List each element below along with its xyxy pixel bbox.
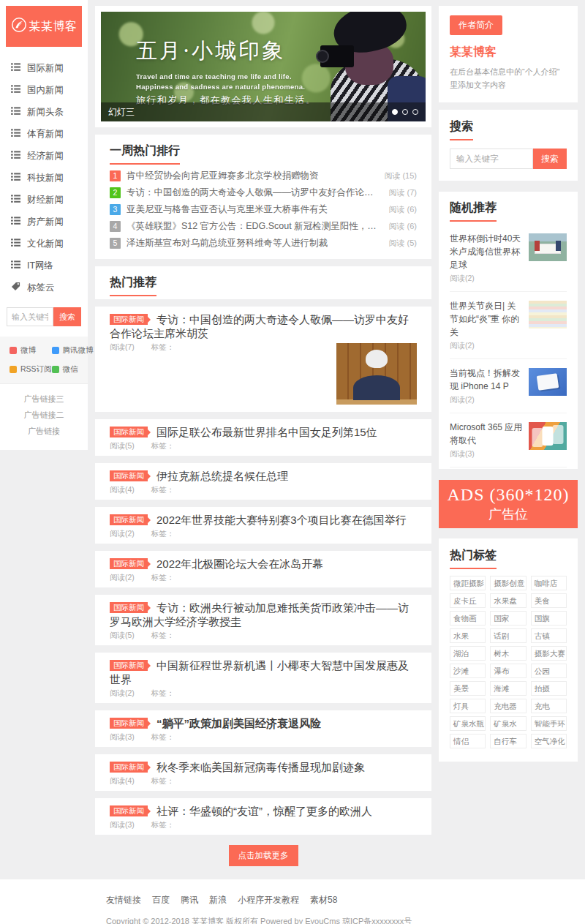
article-title[interactable]: 专访：中国创造的两大奇迹令人敬佩——访罗中友好合作论坛主席米胡茨 <box>110 313 409 339</box>
slider[interactable]: 五月·小城印象 Travel and time are teaching me … <box>101 12 426 121</box>
rank-list-item[interactable]: 2 专访：中国创造的两大奇迹令人敬佩——访罗中友好合作论坛主席米胡茨 阅读 (7… <box>110 184 417 201</box>
category-badge[interactable]: 国际新闻 <box>110 314 148 325</box>
tag-item[interactable]: 充电器 <box>490 699 526 713</box>
tag-item[interactable]: 灯具 <box>450 699 486 713</box>
category-badge[interactable]: 国际新闻 <box>110 762 148 773</box>
tag-item[interactable]: 微距摄影 <box>450 576 486 590</box>
rank-list-item[interactable]: 4 《英雄联盟》S12 官方公告：EDG.Scout 新冠检测呈阳性，比赛顺序可… <box>110 218 417 235</box>
thumbnail-desk-shape <box>336 399 417 405</box>
tag-item[interactable]: 树木 <box>490 646 526 661</box>
site-logo[interactable]: 某某博客 <box>6 6 82 47</box>
sidebar-search-input[interactable] <box>7 307 53 326</box>
sidebar-nav-item[interactable]: 体育新闻 <box>0 123 88 145</box>
tag-item[interactable]: 充电 <box>531 699 567 713</box>
sidebar-nav-item[interactable]: 财经新闻 <box>0 189 88 211</box>
article-title[interactable]: 中国新征程世界新机遇丨小椰枣大智慧中国发展惠及世界 <box>110 659 409 686</box>
slider-dot[interactable] <box>402 109 408 115</box>
tag-item[interactable]: 水果 <box>450 628 486 643</box>
article-title[interactable]: 社评：华盛顿的“友谊”，惊醒了更多的欧洲人 <box>156 805 372 817</box>
category-badge[interactable]: 国际新闻 <box>110 470 148 481</box>
rank-list-item[interactable]: 1 肯中经贸协会向肯尼亚姆赛多北京学校捐赠物资 阅读 (15) <box>110 168 417 184</box>
tag-item[interactable]: 摄影创意 <box>490 576 526 590</box>
tag-item[interactable]: 自行车 <box>490 734 526 748</box>
ad-banner[interactable]: ADS (360*120) 广告位 <box>439 480 578 528</box>
sidebar-nav-item[interactable]: 国际新闻 <box>0 57 88 79</box>
rank-list-item[interactable]: 3 亚美尼亚与格鲁吉亚否认与克里米亚大桥事件有关 阅读 (6) <box>110 201 417 218</box>
tag-item[interactable]: 公园 <box>531 664 567 678</box>
sidebar-search-button[interactable]: 搜索 <box>53 307 81 326</box>
tag-item[interactable]: 国家 <box>490 611 526 626</box>
article-title[interactable]: 2022年北极圈论坛大会在冰岛开幕 <box>156 557 323 570</box>
friend-link[interactable]: 百度 <box>152 894 170 906</box>
recommend-item-title: 当前视点！拆解发现 iPhone 14 P <box>450 367 523 393</box>
load-more-button[interactable]: 点击加载更多 <box>229 845 298 866</box>
category-badge[interactable]: 国际新闻 <box>110 660 148 671</box>
tag-item[interactable]: 食物画 <box>450 611 486 626</box>
sidebar-nav-item[interactable]: 文化新闻 <box>0 233 88 255</box>
ad-link[interactable]: 广告链接三 <box>24 394 64 405</box>
social-link[interactable]: 微信 <box>52 364 94 375</box>
article-title[interactable]: 伊拉克新总统提名候任总理 <box>156 470 288 482</box>
tag-item[interactable]: 矿泉水瓶 <box>450 716 486 731</box>
search-button[interactable]: 搜索 <box>533 149 567 169</box>
sidebar-nav-item[interactable]: 房产新闻 <box>0 211 88 233</box>
tags-label: 标签： <box>151 688 175 697</box>
category-badge[interactable]: 国际新闻 <box>110 805 148 816</box>
tag-item[interactable]: 湖泊 <box>450 646 486 661</box>
tag-item[interactable]: 皮卡丘 <box>450 593 486 608</box>
tag-item[interactable]: 海滩 <box>490 681 526 696</box>
ad-link[interactable]: 广告链接 <box>28 426 60 437</box>
category-badge[interactable]: 国际新闻 <box>110 514 148 525</box>
read-count: 阅读(4) <box>110 485 135 494</box>
recommend-item[interactable]: 世界杯倒计时40天 米卢成海信世界杯足球 阅读(2) <box>450 225 567 292</box>
sidebar-nav-item-tagcloud[interactable]: 标签云 <box>0 277 88 298</box>
recommend-item[interactable]: Microsoft 365 应用将取代 阅读(3) <box>450 413 567 467</box>
tag-item[interactable]: 美景 <box>450 681 486 696</box>
article-title[interactable]: 秋冬季来临美国新冠病毒传播显现加剧迹象 <box>156 761 365 773</box>
sidebar-nav-item[interactable]: 科技新闻 <box>0 167 88 189</box>
article-title[interactable]: 2022年世界技能大赛特别赛3个项目比赛在德国举行 <box>156 514 407 526</box>
social-link[interactable]: 腾讯微博 <box>52 345 94 356</box>
rank-list-item[interactable]: 5 泽连斯基宣布对乌前总统亚努科维奇等人进行制裁 阅读 (5) <box>110 235 417 252</box>
tag-item[interactable]: 摄影大赛 <box>531 646 567 661</box>
sidebar-nav-item[interactable]: 国内新闻 <box>0 79 88 101</box>
tag-item[interactable]: 瀑布 <box>490 664 526 678</box>
tag-item[interactable]: 空气净化 <box>531 734 567 748</box>
friend-link[interactable]: 小程序开发教程 <box>238 894 299 906</box>
friend-link[interactable]: 素材58 <box>310 894 337 906</box>
tag-item[interactable]: 拍摄 <box>531 681 567 696</box>
tag-item[interactable]: 沙滩 <box>450 664 486 678</box>
category-badge[interactable]: 国际新闻 <box>110 602 148 613</box>
category-badge[interactable]: 国际新闻 <box>110 427 148 437</box>
friend-link[interactable]: 腾讯 <box>181 894 198 906</box>
list-icon <box>11 149 20 162</box>
category-badge[interactable]: 国际新闻 <box>110 558 148 569</box>
article-card: 国际新闻2022年北极圈论坛大会在冰岛开幕 阅读(2) 标签： <box>95 551 431 587</box>
article-title[interactable]: 专访：欧洲央行被动加息难抵美货币政策冲击——访罗马欧洲大学经济学教授圭 <box>110 601 409 628</box>
sidebar-nav-item[interactable]: IT网络 <box>0 255 88 277</box>
recommend-item[interactable]: 当前视点！拆解发现 iPhone 14 P 阅读(2) <box>450 359 567 413</box>
recommend-item[interactable]: 世界关节炎日| 关节如此“炎”重 你的关 阅读(2) <box>450 292 567 359</box>
tag-item[interactable]: 水果盘 <box>490 593 526 608</box>
slider-dot[interactable] <box>392 109 398 115</box>
tag-item[interactable]: 古镇 <box>531 628 567 643</box>
ad-link[interactable]: 广告链接二 <box>24 410 64 421</box>
social-link[interactable]: RSS订阅 <box>10 364 52 375</box>
tag-item[interactable]: 矿泉水 <box>490 716 526 731</box>
friend-link[interactable]: 新浪 <box>209 894 227 906</box>
search-input[interactable] <box>450 149 533 169</box>
tag-item[interactable]: 情侣 <box>450 734 486 748</box>
article-title[interactable]: “躺平”政策加剧美国经济衰退风险 <box>156 717 321 729</box>
article-title[interactable]: 国际足联公布最新世界排名中国女足列第15位 <box>156 426 377 438</box>
article-thumbnail[interactable] <box>336 343 417 405</box>
slider-dot[interactable] <box>412 109 418 115</box>
sidebar-nav-item[interactable]: 经济新闻 <box>0 145 88 167</box>
tag-item[interactable]: 国旗 <box>531 611 567 626</box>
tag-item[interactable]: 美食 <box>531 593 567 608</box>
tag-item[interactable]: 咖啡店 <box>531 576 567 590</box>
tag-item[interactable]: 话剧 <box>490 628 526 643</box>
sidebar-nav-item[interactable]: 新闻头条 <box>0 101 88 123</box>
tag-item[interactable]: 智能手环 <box>531 716 567 731</box>
category-badge[interactable]: 国际新闻 <box>110 718 148 729</box>
social-link[interactable]: 微博 <box>10 345 52 356</box>
